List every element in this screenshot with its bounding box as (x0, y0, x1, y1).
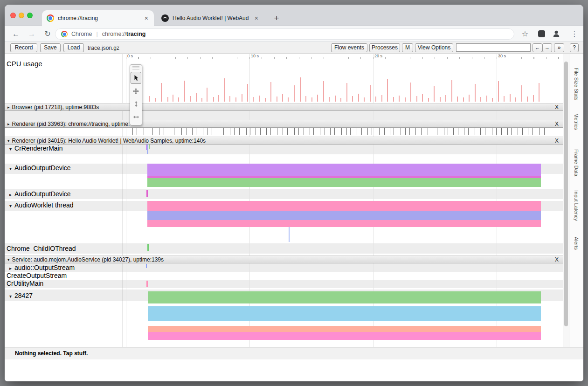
trace-tick[interactable] (287, 128, 288, 135)
process-header-renderer-tracing[interactable]: ▸ Renderer (pid 33963): chrome://tracing… (5, 120, 563, 128)
trace-tick[interactable] (144, 128, 144, 135)
menu-dots-icon[interactable]: ⋮ (569, 29, 580, 39)
trace-slice[interactable] (148, 306, 541, 321)
trace-tick[interactable] (405, 128, 406, 135)
trace-tick[interactable] (159, 128, 159, 135)
trace-tick[interactable] (437, 128, 437, 135)
trace-tick[interactable] (187, 128, 187, 135)
trace-slice[interactable] (148, 326, 541, 332)
collapse-arrow-icon[interactable]: ▾ (9, 166, 12, 171)
trace-slice[interactable] (148, 291, 541, 303)
trace-tick[interactable] (230, 128, 230, 135)
trace-tick[interactable] (528, 128, 528, 135)
trace-mark[interactable] (146, 264, 147, 268)
trace-tick[interactable] (132, 128, 133, 135)
trace-tick[interactable] (379, 128, 380, 135)
thread-row-create-output-stream[interactable]: CreateOutputStream (7, 272, 67, 280)
trace-slice[interactable] (147, 178, 541, 187)
save-button[interactable]: Save (40, 43, 61, 52)
trace-tick[interactable] (152, 128, 153, 135)
trace-mark[interactable] (147, 144, 148, 154)
collapse-arrow-icon[interactable]: ▾ (9, 203, 12, 208)
trace-tick[interactable] (203, 128, 203, 135)
trace-tick[interactable] (192, 128, 193, 135)
trace-tick[interactable] (485, 128, 485, 135)
thread-row-audio-output-device-1[interactable]: ▾AudioOutputDevice (9, 164, 71, 172)
trace-mark[interactable] (149, 145, 150, 149)
extension-icon[interactable] (538, 30, 545, 37)
close-process-button[interactable]: X (555, 256, 559, 263)
find-input[interactable] (456, 43, 531, 52)
trace-tick[interactable] (320, 128, 320, 135)
zoom-tool-button[interactable] (131, 98, 141, 110)
process-header-audio-service[interactable]: ▾ Service: audio.mojom.AudioService (pid… (5, 255, 563, 263)
close-process-button[interactable]: X (555, 104, 559, 110)
flow-events-button[interactable]: Flow events (331, 43, 367, 52)
trace-tick[interactable] (330, 128, 331, 135)
thread-row-child-io[interactable]: Chrome_ChildIOThread (7, 245, 76, 253)
trace-mark[interactable] (289, 227, 290, 242)
find-previous-button[interactable]: ← (533, 43, 542, 52)
trace-tick[interactable] (492, 128, 492, 135)
tab-chrome-tracing[interactable]: chrome://tracing × (42, 10, 154, 26)
process-header-renderer-audio[interactable]: ▾ Renderer (pid 34015): Hello Audio Work… (5, 137, 563, 145)
window-close-button[interactable] (10, 13, 16, 18)
trace-tick[interactable] (475, 128, 475, 135)
trace-tick[interactable] (212, 128, 212, 135)
trace-tick[interactable] (334, 128, 335, 135)
thread-row-audioworklet[interactable]: ▾AudioWorklet thread (9, 201, 74, 209)
trace-slice[interactable] (147, 220, 541, 227)
trace-tick[interactable] (428, 128, 428, 135)
trace-tick[interactable] (260, 128, 261, 135)
sidebar-tab-frame-data[interactable]: Frame Data (574, 149, 579, 176)
trace-tick[interactable] (246, 128, 247, 135)
profile-avatar-icon[interactable] (552, 29, 560, 38)
trace-mark[interactable] (147, 244, 149, 251)
trace-tick[interactable] (464, 128, 464, 135)
trace-tick[interactable] (453, 128, 454, 135)
trace-tick[interactable] (367, 128, 368, 135)
back-button[interactable]: ← (10, 29, 21, 39)
processes-button[interactable]: Processes (369, 43, 400, 52)
trace-tick[interactable] (357, 128, 357, 135)
trace-tick[interactable] (270, 128, 271, 135)
trace-tick[interactable] (539, 128, 540, 135)
reload-button[interactable]: ↻ (42, 29, 53, 39)
collapse-arrow-icon[interactable]: ▸ (7, 122, 10, 126)
trace-tick[interactable] (532, 128, 533, 135)
trace-tick[interactable] (394, 128, 394, 135)
sidebar-tab-metrics[interactable]: Metrics (574, 113, 579, 130)
trace-mark[interactable] (146, 190, 148, 197)
thread-row-cr-utility-main[interactable]: CrUtilityMain (7, 280, 43, 288)
trace-tick[interactable] (298, 128, 299, 135)
trace-tick[interactable] (448, 128, 448, 135)
trace-tick[interactable] (325, 128, 325, 135)
trace-tick[interactable] (164, 128, 164, 135)
window-minimize-button[interactable] (19, 13, 24, 18)
trace-tick[interactable] (511, 128, 512, 135)
collapse-arrow-icon[interactable]: ▸ (9, 266, 12, 271)
trace-tick[interactable] (294, 128, 295, 135)
trace-tick[interactable] (277, 128, 277, 135)
trace-tick[interactable] (234, 128, 235, 135)
thread-row-audio-output-device-2[interactable]: ▸AudioOutputDevice (9, 190, 71, 198)
trace-tick[interactable] (256, 128, 256, 135)
trace-slice[interactable] (148, 332, 541, 340)
scrollbar-thumb[interactable] (564, 62, 568, 326)
collapse-arrow-icon[interactable]: ▾ (9, 294, 12, 299)
pan-tool-button[interactable] (131, 85, 141, 97)
trace-tick[interactable] (468, 128, 469, 135)
trace-tick[interactable] (544, 128, 545, 135)
trace-tick[interactable] (496, 128, 497, 135)
sidebar-tab-alerts[interactable]: Alerts (574, 237, 579, 250)
trace-tick[interactable] (372, 128, 372, 135)
window-zoom-button[interactable] (27, 13, 33, 18)
trace-tick[interactable] (501, 128, 502, 135)
trace-slice[interactable] (147, 176, 541, 178)
trace-tick[interactable] (432, 128, 432, 135)
collapse-arrow-icon[interactable]: ▾ (7, 138, 10, 143)
palette-grip[interactable] (132, 66, 139, 70)
metrics-button[interactable]: M (402, 43, 413, 52)
trace-mark[interactable] (146, 281, 148, 287)
close-process-button[interactable]: X (555, 138, 559, 144)
